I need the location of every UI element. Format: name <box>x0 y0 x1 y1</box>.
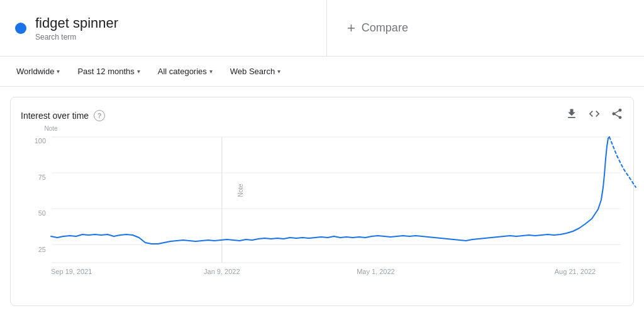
chart-title-area: Interest over time ? <box>21 110 105 121</box>
region-filter[interactable]: Worldwide ▾ <box>10 63 66 80</box>
download-icon[interactable] <box>565 107 578 123</box>
header-area: fidget spinner Search term + Compare <box>0 0 644 57</box>
note-label-html: Note <box>237 184 244 197</box>
chart-svg: Note Sep 19, 2021 Jan 9, 2022 May 1, 202… <box>51 131 621 282</box>
search-term-name: fidget spinner <box>35 15 118 31</box>
time-label: Past 12 months <box>77 67 134 76</box>
compare-plus-icon: + <box>347 20 355 36</box>
y-label-75: 75 <box>38 173 46 181</box>
chart-wrapper: 100 75 50 25 No <box>11 131 633 300</box>
trend-dotted <box>609 137 636 187</box>
trend-line <box>51 137 609 244</box>
time-filter[interactable]: Past 12 months ▾ <box>71 63 146 80</box>
search-type-chevron-icon: ▾ <box>277 68 280 75</box>
time-chevron-icon: ▾ <box>137 68 140 75</box>
search-type-filter[interactable]: Web Search ▾ <box>224 63 287 80</box>
filter-bar: Worldwide ▾ Past 12 months ▾ All categor… <box>0 57 644 87</box>
chart-header: Interest over time ? <box>11 107 633 131</box>
region-chevron-icon: ▾ <box>57 68 60 75</box>
search-term-box: fidget spinner Search term <box>0 0 327 56</box>
compare-label: Compare <box>362 21 408 35</box>
embed-icon[interactable] <box>588 107 601 123</box>
term-color-indicator <box>15 23 26 34</box>
search-type-label: Web Search <box>230 67 275 76</box>
category-filter[interactable]: All categories ▾ <box>152 63 219 80</box>
chart-title: Interest over time <box>21 111 89 121</box>
x-label-sep: Sep 19, 2021 <box>51 268 92 275</box>
chart-actions <box>565 107 623 123</box>
compare-box[interactable]: + Compare <box>327 0 644 56</box>
share-icon[interactable] <box>611 107 623 123</box>
region-label: Worldwide <box>16 67 54 76</box>
x-label-aug: Aug 21, 2022 <box>555 268 596 275</box>
y-label-100: 100 <box>35 137 46 145</box>
category-chevron-icon: ▾ <box>209 68 213 75</box>
x-label-jan: Jan 9, 2022 <box>204 268 240 275</box>
note-text: Note <box>44 125 58 132</box>
y-label-25: 25 <box>38 246 46 253</box>
y-label-50: 50 <box>38 209 46 217</box>
search-term-type: Search term <box>35 33 118 41</box>
term-info: fidget spinner Search term <box>35 15 118 41</box>
category-label: All categories <box>158 67 207 76</box>
chart-section: Interest over time ? 100 75 50 25 <box>10 97 634 306</box>
x-label-may: May 1, 2022 <box>357 268 395 275</box>
y-axis: 100 75 50 25 <box>21 137 46 282</box>
help-icon[interactable]: ? <box>94 110 105 121</box>
